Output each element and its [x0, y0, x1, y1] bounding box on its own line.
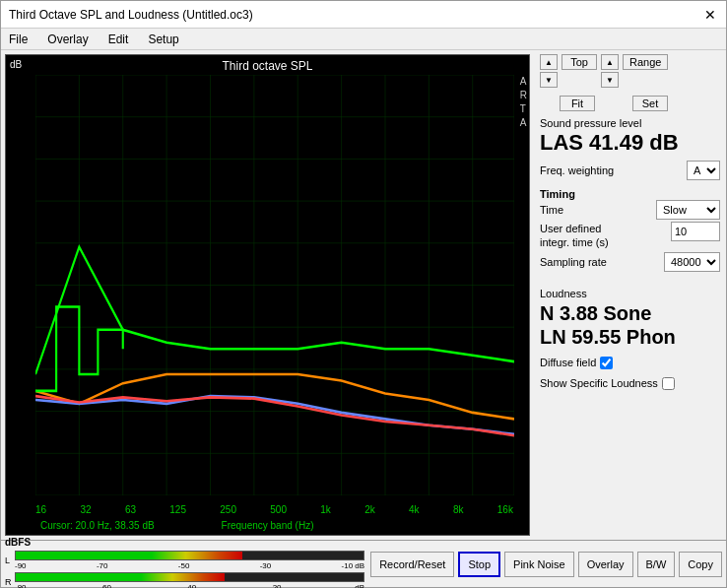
x-label-250: 250 — [220, 504, 236, 515]
range-button[interactable]: Range — [623, 54, 668, 70]
overlay-button[interactable]: Overlay — [578, 552, 633, 577]
time-row: Time Slow Fast Impulse — [540, 200, 720, 220]
menu-setup[interactable]: Setup — [144, 32, 182, 47]
bottom-bar: dBFS L -90 -70 -50 -30 -10 dB — [1, 540, 726, 587]
window-title: Third Octave SPL and Loudness (Untitled.… — [9, 8, 253, 22]
top-controls: ▲ ▼ Top ▲ ▼ Range — [540, 54, 720, 88]
x-label-4k: 4k — [409, 504, 420, 515]
y-axis-label: dB — [10, 59, 22, 70]
time-select[interactable]: Slow Fast Impulse — [656, 200, 720, 220]
menu-overlay[interactable]: Overlay — [43, 32, 92, 47]
arta-label: ARTA — [520, 75, 527, 130]
range-btn-group: ▲ ▼ — [601, 54, 619, 88]
menu-bar: File Overlay Edit Setup — [1, 29, 726, 50]
chart-area: Third octave SPL dB ARTA — [5, 54, 530, 536]
show-specific-row: Show Specific Loudness — [540, 377, 720, 390]
cursor-info: Cursor: 20.0 Hz, 38.35 dB — [40, 520, 155, 531]
x-label-500: 500 — [270, 504, 287, 515]
dbfs-l-row: L -90 -70 -50 -30 -10 dB — [5, 551, 364, 570]
top-up-arrow[interactable]: ▲ — [540, 54, 558, 70]
dbfs-label: dBFS — [5, 537, 364, 548]
bw-button[interactable]: B/W — [637, 552, 676, 577]
diffuse-field-label: Diffuse field — [540, 357, 596, 368]
x-label-1k: 1k — [320, 504, 331, 515]
chart-canvas: 100.0 90.0 80.0 70.0 60.0 50.0 40.0 30.0… — [35, 75, 514, 495]
show-specific-label: Show Specific Loudness — [540, 377, 658, 389]
range-down-arrow[interactable]: ▼ — [601, 72, 619, 88]
dbfs-r-label: R — [5, 577, 13, 587]
dbfs-r-row: R -80 -60 -40 -20 dB — [5, 572, 364, 589]
copy-button[interactable]: Copy — [679, 552, 722, 577]
diffuse-field-row: Diffuse field — [540, 357, 720, 369]
x-label-125: 125 — [169, 504, 186, 515]
loudness-n-value: N 3.88 Sone — [540, 301, 720, 325]
set-button[interactable]: Set — [632, 96, 668, 111]
dbfs-l-meter: -90 -70 -50 -30 -10 dB — [15, 551, 364, 570]
bottom-buttons: Record/Reset Stop Pink Noise Overlay B/W… — [370, 552, 722, 577]
spl-value: LAS 41.49 dB — [540, 131, 720, 155]
spl-section: Sound pressure level LAS 41.49 dB — [540, 117, 720, 155]
dbfs-l-label: L — [5, 555, 13, 565]
x-label-32: 32 — [80, 504, 91, 515]
freq-weighting-label: Freq. weighting — [540, 164, 614, 176]
x-label-63: 63 — [125, 504, 136, 515]
x-label-16k: 16k — [497, 504, 513, 515]
user-defined-input[interactable] — [671, 222, 720, 241]
top-button[interactable]: Top — [562, 54, 597, 70]
show-specific-checkbox[interactable] — [662, 377, 675, 390]
user-defined-label: User defined integr. time (s) — [540, 222, 628, 250]
pink-noise-button[interactable]: Pink Noise — [504, 552, 574, 577]
timing-label: Timing — [540, 188, 720, 200]
chart-svg: 100.0 90.0 80.0 70.0 60.0 50.0 40.0 30.0… — [35, 75, 514, 495]
close-button[interactable]: ✕ — [702, 7, 718, 23]
menu-file[interactable]: File — [5, 32, 32, 47]
main-content: Third octave SPL dB ARTA — [1, 50, 726, 540]
dbfs-section: dBFS L -90 -70 -50 -30 -10 dB — [5, 537, 364, 589]
freq-weighting-row: Freq. weighting A C Z — [540, 161, 720, 180]
chart-title: Third octave SPL — [6, 59, 529, 73]
timing-section: Timing Time Slow Fast Impulse User defin… — [540, 188, 720, 274]
x-label-2k: 2k — [364, 504, 375, 515]
diffuse-field-checkbox[interactable] — [600, 357, 613, 369]
x-axis-labels: 16 32 63 125 250 500 1k 2k 4k 8k 16k — [35, 504, 513, 515]
top-btn-group: ▲ ▼ — [540, 54, 558, 88]
menu-edit[interactable]: Edit — [104, 32, 133, 47]
loudness-label: Loudness — [540, 288, 720, 299]
sampling-rate-row: Sampling rate 48000 44100 96000 — [540, 252, 720, 272]
spl-label: Sound pressure level — [540, 117, 720, 129]
record-reset-button[interactable]: Record/Reset — [370, 552, 454, 577]
sampling-rate-label: Sampling rate — [540, 256, 607, 268]
stop-button[interactable]: Stop — [458, 552, 500, 577]
dbfs-r-meter: -80 -60 -40 -20 dB — [15, 572, 364, 589]
fit-button[interactable]: Fit — [560, 96, 595, 111]
time-label: Time — [540, 204, 563, 216]
range-up-arrow[interactable]: ▲ — [601, 54, 619, 70]
x-axis-title: Frequency band (Hz) — [222, 520, 314, 531]
main-window: Third Octave SPL and Loudness (Untitled.… — [0, 0, 727, 588]
x-label-16: 16 — [35, 504, 46, 515]
top-down-arrow[interactable]: ▼ — [540, 72, 558, 88]
sampling-rate-select[interactable]: 48000 44100 96000 — [664, 252, 720, 272]
loudness-section: Loudness N 3.88 Sone LN 59.55 Phon — [540, 284, 720, 349]
fit-set-row: Fit Set — [540, 96, 720, 111]
user-defined-row: User defined integr. time (s) — [540, 222, 720, 250]
right-panel: ▲ ▼ Top ▲ ▼ Range Fit Set Sound pressure… — [534, 50, 726, 540]
title-bar: Third Octave SPL and Loudness (Untitled.… — [1, 1, 726, 29]
freq-weighting-select[interactable]: A C Z — [687, 161, 720, 180]
loudness-ln-value: LN 59.55 Phon — [540, 325, 720, 349]
x-label-8k: 8k — [453, 504, 464, 515]
